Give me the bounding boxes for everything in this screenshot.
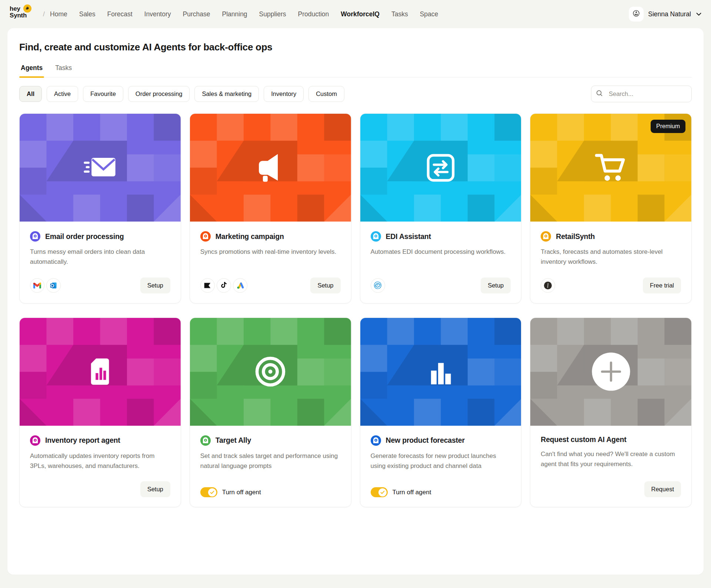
card-title-row: Inventory report agent bbox=[30, 435, 170, 446]
card-footer: Free trial bbox=[541, 267, 681, 293]
card-title-row: RetailSynth bbox=[541, 231, 681, 242]
filter-chip-all[interactable]: All bbox=[19, 86, 42, 102]
integration-logos bbox=[30, 278, 61, 293]
card-title-row: Target Ally bbox=[200, 435, 341, 446]
setup-button[interactable]: Setup bbox=[140, 481, 170, 497]
nav-item-home[interactable]: Home bbox=[50, 10, 67, 18]
integration-logos bbox=[371, 278, 385, 293]
nav-item-sales[interactable]: Sales bbox=[79, 10, 96, 18]
agent-card-title: Request custom AI Agent bbox=[541, 435, 626, 444]
nav-item-space[interactable]: Space bbox=[420, 10, 438, 18]
free-trial-button[interactable]: Free trial bbox=[643, 278, 681, 293]
agent-bot-badge-icon bbox=[371, 435, 381, 446]
search-box[interactable] bbox=[591, 86, 692, 102]
agent-card-inventory-report-agent[interactable]: Inventory report agentAutomatically upda… bbox=[19, 318, 181, 508]
agent-bot-badge-icon bbox=[541, 231, 551, 242]
page-title: Find, create and customize AI Agents for… bbox=[19, 41, 692, 53]
filter-chip-active[interactable]: Active bbox=[47, 86, 78, 102]
toggle-label: Turn off agent bbox=[222, 489, 261, 496]
card-body: RetailSynthTracks, forecasts and automat… bbox=[530, 222, 691, 303]
bar-chart-icon bbox=[360, 318, 521, 426]
outlook-logo-icon bbox=[46, 278, 61, 293]
agent-card-target-ally[interactable]: Target AllySet and track sales target an… bbox=[190, 318, 351, 508]
nav-item-inventory[interactable]: Inventory bbox=[144, 10, 171, 18]
klaviyo-logo-icon bbox=[200, 278, 215, 293]
user-menu[interactable]: Sienna Natural bbox=[629, 7, 701, 21]
agent-toggle[interactable]: Turn off agent bbox=[200, 487, 261, 497]
agent-card-description: Can't find what you need? We'll create a… bbox=[541, 449, 681, 469]
toggle-switch-on[interactable] bbox=[200, 487, 217, 497]
card-body: Request custom AI AgentCan't find what y… bbox=[530, 426, 691, 507]
filter-chips: AllActiveFavouriteOrder processingSales … bbox=[19, 86, 344, 102]
agent-card-request-custom-ai-agent[interactable]: Request custom AI AgentCan't find what y… bbox=[530, 318, 692, 508]
agent-bot-badge-icon bbox=[371, 231, 381, 242]
search-input[interactable] bbox=[609, 90, 690, 97]
filter-chip-order-processing[interactable]: Order processing bbox=[128, 86, 190, 102]
agent-toggle[interactable]: Turn off agent bbox=[371, 487, 431, 497]
toggle-label: Turn off agent bbox=[393, 489, 431, 496]
filter-chip-favourite[interactable]: Favourite bbox=[83, 86, 123, 102]
card-footer: Turn off agent bbox=[200, 477, 341, 497]
card-footer: Setup bbox=[30, 267, 170, 293]
tiktok-logo-icon bbox=[217, 278, 231, 293]
brand-logo[interactable]: hey Synth bbox=[10, 6, 37, 23]
nav-item-workforceiq[interactable]: WorkforceIQ bbox=[341, 10, 380, 18]
email-send-icon bbox=[20, 114, 181, 222]
nav-item-suppliers[interactable]: Suppliers bbox=[259, 10, 286, 18]
search-icon bbox=[596, 90, 603, 98]
setup-button[interactable]: Setup bbox=[310, 278, 340, 293]
nav-separator: / bbox=[43, 10, 45, 18]
google-ads-logo-icon bbox=[233, 278, 247, 293]
agent-cards-grid: Email order processingTurns messy email … bbox=[19, 113, 692, 507]
agent-card-cover: Premium bbox=[530, 114, 691, 222]
nav-item-planning[interactable]: Planning bbox=[222, 10, 247, 18]
agent-bot-badge-icon bbox=[30, 435, 40, 446]
agent-card-title: Target Ally bbox=[216, 436, 251, 445]
agent-bot-badge-icon bbox=[30, 231, 40, 242]
setup-button[interactable]: Setup bbox=[481, 278, 511, 293]
card-body: EDI AssistantAutomates EDI document proc… bbox=[360, 222, 521, 303]
agent-card-title: Marketing campaign bbox=[216, 232, 284, 241]
nav-item-purchase[interactable]: Purchase bbox=[183, 10, 210, 18]
tab-tasks[interactable]: Tasks bbox=[55, 64, 72, 77]
tab-bar: AgentsTasks bbox=[19, 64, 692, 77]
premium-badge: Premium bbox=[651, 120, 685, 133]
filter-chip-custom[interactable]: Custom bbox=[308, 86, 344, 102]
user-avatar[interactable] bbox=[629, 7, 644, 21]
filter-chip-inventory[interactable]: Inventory bbox=[264, 86, 304, 102]
agent-card-title: EDI Assistant bbox=[386, 232, 431, 241]
toggle-switch-on[interactable] bbox=[371, 487, 388, 497]
agent-card-retailsynth[interactable]: Premium RetailSynthTracks, forecasts and… bbox=[530, 113, 692, 303]
sps-commerce-logo-icon bbox=[371, 278, 385, 293]
agent-bot-badge-icon bbox=[200, 231, 211, 242]
globe-flower-icon bbox=[632, 9, 640, 19]
card-footer: Setup bbox=[371, 267, 511, 293]
agent-card-edi-assistant[interactable]: EDI AssistantAutomates EDI document proc… bbox=[360, 113, 522, 303]
nav-item-forecast[interactable]: Forecast bbox=[107, 10, 132, 18]
megaphone-icon bbox=[190, 114, 351, 222]
request-button[interactable]: Request bbox=[644, 481, 681, 497]
filter-chip-sales-marketing[interactable]: Sales & marketing bbox=[194, 86, 259, 102]
card-title-row: EDI Assistant bbox=[371, 231, 511, 242]
agent-card-description: Generate forecasts for new product launc… bbox=[371, 451, 511, 471]
logo-text-line2: Synth bbox=[10, 12, 37, 19]
card-body: Email order processingTurns messy email … bbox=[20, 222, 181, 303]
agent-card-description: Set and track sales target and performan… bbox=[200, 451, 341, 471]
agent-card-title: RetailSynth bbox=[556, 232, 595, 241]
agent-card-description: Automates EDI document processing workfl… bbox=[371, 247, 511, 257]
agent-card-email-order-processing[interactable]: Email order processingTurns messy email … bbox=[19, 113, 181, 303]
agent-card-description: Tracks, forecasts and automates store-le… bbox=[541, 247, 681, 267]
agent-card-new-product-forecaster[interactable]: New product forecasterGenerate forecasts… bbox=[360, 318, 522, 508]
agent-card-cover bbox=[20, 318, 181, 426]
exchange-arrows-icon bbox=[360, 114, 521, 222]
partner-logo-logo-icon bbox=[541, 278, 555, 293]
agent-card-description: Automatically updates inventory reports … bbox=[30, 451, 170, 471]
agent-card-cover bbox=[190, 318, 351, 426]
agents-panel: Find, create and customize AI Agents for… bbox=[7, 28, 704, 575]
nav-item-tasks[interactable]: Tasks bbox=[391, 10, 408, 18]
agent-card-description: Turns messy email orders into clean data… bbox=[30, 247, 170, 267]
setup-button[interactable]: Setup bbox=[140, 278, 170, 293]
agent-card-marketing-campaign[interactable]: Marketing campaignSyncs promotions with … bbox=[190, 113, 351, 303]
nav-item-production[interactable]: Production bbox=[298, 10, 329, 18]
tab-agents[interactable]: Agents bbox=[21, 64, 43, 77]
